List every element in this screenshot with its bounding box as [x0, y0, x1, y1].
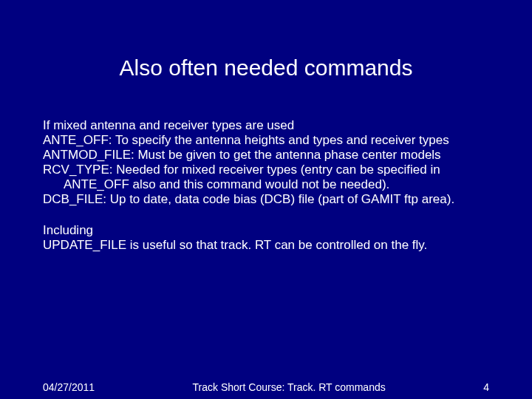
slide-body: If mixed antenna and receiver types are …: [43, 118, 492, 253]
slide-footer: 04/27/2011 Track Short Course: Track. RT…: [43, 381, 489, 393]
slide-title: Also often needed commands: [0, 55, 532, 81]
body-intro: If mixed antenna and receiver types are …: [43, 118, 492, 133]
body-ante-off: ANTE_OFF: To specify the antenna heights…: [43, 133, 492, 148]
slide: Also often needed commands If mixed ante…: [0, 0, 532, 399]
body-rcv-type: RCV_TYPE: Needed for mixed receiver type…: [43, 163, 492, 192]
footer-date: 04/27/2011: [43, 381, 95, 393]
body-update-file: UPDATE_FILE is useful so that track. RT …: [43, 238, 492, 253]
footer-center: Track Short Course: Track. RT commands: [95, 381, 483, 393]
body-antmod-file: ANTMOD_FILE: Must be given to get the an…: [43, 148, 492, 163]
footer-page-number: 4: [483, 381, 489, 393]
body-dcb-file: DCB_FILE: Up to date, data code bias (DC…: [43, 192, 492, 207]
body-including: Including: [43, 223, 492, 238]
